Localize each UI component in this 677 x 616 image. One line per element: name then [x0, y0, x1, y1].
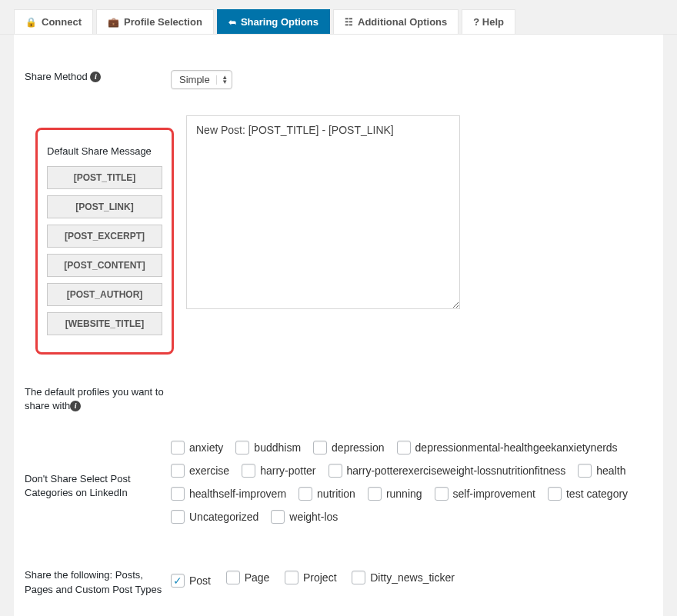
profiles-row: The default profiles you want to share w… — [14, 355, 663, 427]
post-type-item[interactable]: Page — [226, 571, 270, 584]
category-item[interactable]: anxiety — [171, 441, 223, 455]
tab-label: Additional Options — [358, 16, 447, 28]
checkbox-icon — [313, 441, 327, 455]
checkbox-icon — [171, 487, 185, 501]
tab-label: ? Help — [473, 16, 504, 28]
sliders-icon: ☷ — [345, 17, 353, 28]
checkbox-icon — [328, 464, 342, 478]
category-item[interactable]: weight-los — [271, 510, 338, 524]
post-type-item[interactable]: Ditty_news_ticker — [352, 571, 455, 584]
lock-icon: 🔒 — [25, 17, 37, 28]
category-item[interactable]: test category — [548, 487, 628, 501]
settings-panel: Share Method i Simple ▲▼ Default Share M… — [14, 35, 663, 616]
default-share-message-label: Default Share Message — [47, 145, 162, 157]
tab-help[interactable]: ? Help — [462, 9, 515, 34]
category-item[interactable]: buddhism — [235, 441, 301, 455]
checkbox-icon — [298, 487, 312, 501]
checkbox-icon: ✓ — [171, 574, 185, 588]
share-method-label: Share Method i — [25, 70, 171, 84]
checkbox-icon — [397, 441, 411, 455]
share-icon: ➦ — [228, 17, 236, 28]
info-icon[interactable]: i — [90, 72, 101, 82]
tab-connect[interactable]: 🔒Connect — [14, 9, 93, 34]
checkbox-icon — [435, 487, 449, 501]
category-item[interactable]: depression — [313, 441, 385, 455]
tab-label: Sharing Options — [241, 16, 318, 28]
token-highlight-box: Default Share Message [POST_TITLE] [POST… — [35, 128, 174, 355]
token-post-excerpt[interactable]: [POST_EXCERPT] — [47, 225, 162, 248]
categories-list: anxiety buddhism depression depressionme… — [171, 441, 652, 531]
categories-row: Don't Share Select Post Categories on Li… — [14, 427, 663, 545]
post-types-label: Share the following: Posts, Pages and Cu… — [25, 568, 171, 596]
category-item[interactable]: nutrition — [298, 487, 355, 501]
checkbox-icon — [368, 487, 382, 501]
post-types-list: ✓Post Page Project Ditty_news_ticker — [171, 571, 652, 595]
tab-label: Profile Selection — [124, 16, 202, 28]
default-message-row: Default Share Message [POST_TITLE] [POST… — [14, 103, 663, 355]
category-item[interactable]: self-improvement — [435, 487, 535, 501]
category-item[interactable]: harry-potterexerciseweight-lossnutrition… — [328, 464, 566, 478]
token-post-link[interactable]: [POST_LINK] — [47, 195, 162, 218]
checkbox-icon — [171, 464, 185, 478]
checkbox-icon — [226, 571, 240, 584]
share-method-row: Share Method i Simple ▲▼ — [14, 42, 663, 103]
category-item[interactable]: harry-potter — [242, 464, 315, 478]
checkbox-icon — [271, 510, 285, 524]
checkbox-icon — [171, 441, 185, 455]
checkbox-icon — [578, 464, 592, 478]
tab-label: Connect — [42, 16, 82, 28]
category-item[interactable]: exercise — [171, 464, 229, 478]
checkbox-icon — [285, 571, 298, 584]
post-type-item[interactable]: Project — [285, 571, 337, 584]
checkbox-icon — [242, 464, 255, 478]
categories-label: Don't Share Select Post Categories on Li… — [25, 472, 171, 500]
checkbox-icon — [235, 441, 249, 455]
tabs-nav: 🔒Connect 💼Profile Selection ➦Sharing Opt… — [0, 0, 677, 35]
category-item[interactable]: depressionmental-healthgeekanxietynerds — [397, 441, 618, 455]
post-type-item[interactable]: ✓Post — [171, 574, 211, 588]
category-item[interactable]: healthself-improvem — [171, 487, 286, 501]
checkbox-icon — [352, 571, 365, 584]
select-value: Simple — [179, 74, 210, 85]
token-post-author[interactable]: [POST_AUTHOR] — [47, 283, 162, 306]
share-method-select[interactable]: Simple ▲▼ — [171, 70, 232, 89]
info-icon[interactable]: i — [70, 401, 81, 411]
select-arrows-icon: ▲▼ — [216, 75, 230, 85]
category-item[interactable]: health — [578, 464, 625, 478]
checkbox-icon — [548, 487, 562, 501]
profiles-label: The default profiles you want to share w… — [25, 385, 171, 413]
default-share-message-textarea[interactable] — [186, 115, 460, 309]
checkbox-icon — [171, 510, 185, 524]
token-post-title[interactable]: [POST_TITLE] — [47, 166, 162, 189]
briefcase-icon: 💼 — [108, 17, 119, 28]
tab-sharing-options[interactable]: ➦Sharing Options — [217, 9, 330, 34]
token-website-title[interactable]: [WEBSITE_TITLE] — [47, 312, 162, 335]
token-post-content[interactable]: [POST_CONTENT] — [47, 254, 162, 277]
category-item[interactable]: running — [368, 487, 422, 501]
category-item[interactable]: Uncategorized — [171, 510, 258, 524]
tab-additional-options[interactable]: ☷Additional Options — [333, 9, 459, 34]
post-types-row: Share the following: Posts, Pages and Cu… — [14, 545, 663, 610]
tab-profile-selection[interactable]: 💼Profile Selection — [96, 9, 214, 34]
